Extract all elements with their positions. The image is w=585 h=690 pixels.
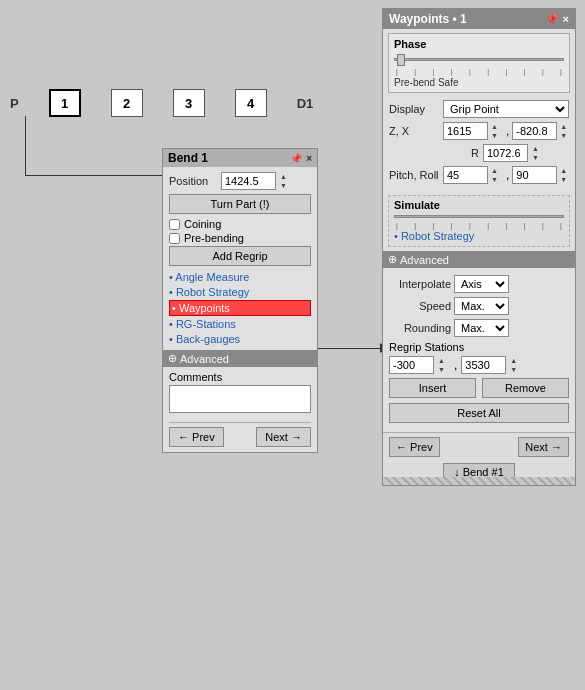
reset-all-button[interactable]: Reset All xyxy=(389,403,569,423)
diagonal-bg xyxy=(383,477,575,485)
display-row: Display Grip Point xyxy=(389,100,569,118)
simulate-label: Simulate xyxy=(394,199,564,211)
bend-panel-body: Position ▲▼ Turn Part (!) Coining Pre-be… xyxy=(163,167,317,452)
turn-part-button[interactable]: Turn Part (!) xyxy=(169,194,311,214)
interpolate-row: Interpolate Axis xyxy=(389,275,569,293)
regrip-values-row: ▲▼ , ▲▼ xyxy=(389,356,569,374)
bend-next-button[interactable]: Next → xyxy=(256,427,311,447)
speed-row: Speed Max. xyxy=(389,297,569,315)
comments-textarea[interactable] xyxy=(169,385,311,413)
robot-strategy-link[interactable]: • Robot Strategy xyxy=(169,285,311,299)
waypoints-next-button[interactable]: Next → xyxy=(518,437,569,457)
waypoints-close-icon[interactable]: × xyxy=(563,13,569,26)
add-regrip-button[interactable]: Add Regrip xyxy=(169,246,311,266)
bend-prev-button[interactable]: ← Prev xyxy=(169,427,224,447)
interpolate-select[interactable]: Axis xyxy=(454,275,509,293)
insert-button[interactable]: Insert xyxy=(389,378,476,398)
remove-button[interactable]: Remove xyxy=(482,378,569,398)
phase-slider-thumb[interactable] xyxy=(397,54,405,66)
angle-measure-link[interactable]: • Angle Measure xyxy=(169,270,311,284)
r-spinner[interactable]: ▲▼ xyxy=(532,144,544,162)
r-row: R ▲▼ xyxy=(389,144,569,162)
regrip-val1-spinner[interactable]: ▲▼ xyxy=(438,356,450,374)
zx-inputs: ▲▼ , ▲▼ xyxy=(443,122,572,140)
speed-select[interactable]: Max. xyxy=(454,297,509,315)
phase-slider-ticks: ||||| ||||| xyxy=(394,68,564,75)
simulate-section: Simulate ||||| ||||| • Robot Strategy xyxy=(388,195,570,247)
connector-vline xyxy=(25,116,26,176)
position-label: Position xyxy=(169,175,217,187)
pre-bending-row: Pre-bending xyxy=(169,232,311,244)
zx-separator: , xyxy=(506,124,509,138)
display-select[interactable]: Grip Point xyxy=(443,100,569,118)
waypoints-connector-hline xyxy=(318,348,383,349)
waypoints-advanced-header[interactable]: ⊕ Advanced xyxy=(383,251,575,268)
advanced-label: Advanced xyxy=(180,353,229,365)
back-gauges-link[interactable]: • Back-gauges xyxy=(169,332,311,346)
bend-panel-titlebar: Bend 1 📌 × xyxy=(163,149,317,167)
pitch-roll-separator: , xyxy=(506,168,509,182)
insert-remove-row: Insert Remove xyxy=(389,378,569,398)
pre-bending-checkbox[interactable] xyxy=(169,233,180,244)
rounding-row: Rounding Max. xyxy=(389,319,569,337)
timeline-item-3[interactable]: 3 xyxy=(173,89,205,117)
interpolate-label: Interpolate xyxy=(389,278,451,290)
waypoints-nav-row: ← Prev Next → xyxy=(383,432,575,461)
regrip-val1-input[interactable] xyxy=(389,356,434,374)
phase-slider-track xyxy=(394,58,564,61)
waypoints-titlebar: Waypoints • 1 📌 × xyxy=(383,9,575,29)
pitch-roll-row: Pitch, Roll ▲▼ , ▲▼ xyxy=(389,166,569,184)
position-spinner[interactable]: ▲▼ xyxy=(280,172,292,190)
advanced-expand-icon: ⊕ xyxy=(168,352,177,365)
simulate-ticks: ||||| ||||| xyxy=(394,222,564,229)
speed-label: Speed xyxy=(389,300,451,312)
waypoints-titlebar-icons: 📌 × xyxy=(545,13,569,26)
waypoints-pin-icon[interactable]: 📌 xyxy=(545,13,559,26)
z-spinner[interactable]: ▲▼ xyxy=(491,122,503,140)
waypoints-panel: Waypoints • 1 📌 × Phase ||||| ||||| Pre-… xyxy=(382,8,576,486)
regrip-val2-spinner[interactable]: ▲▼ xyxy=(510,356,522,374)
coining-checkbox[interactable] xyxy=(169,219,180,230)
pitch-roll-label: Pitch, Roll xyxy=(389,169,439,181)
x-input[interactable] xyxy=(512,122,557,140)
rg-stations-link[interactable]: • RG-Stations xyxy=(169,317,311,331)
regrip-stations-label: Regrip Stations xyxy=(389,341,569,353)
z-input[interactable] xyxy=(443,122,488,140)
bend-pin-icon[interactable]: 📌 xyxy=(290,153,302,164)
regrip-val2-input[interactable] xyxy=(461,356,506,374)
phase-slider[interactable] xyxy=(394,53,564,65)
display-label: Display xyxy=(389,103,439,115)
waypoints-link[interactable]: • Waypoints xyxy=(169,300,311,316)
position-row: Position ▲▼ xyxy=(169,172,311,190)
x-spinner[interactable]: ▲▼ xyxy=(560,122,572,140)
comments-label: Comments xyxy=(169,371,311,383)
waypoints-advanced-body: Interpolate Axis Speed Max. Rounding Max… xyxy=(383,271,575,432)
timeline-item-4[interactable]: 4 xyxy=(235,89,267,117)
bend-panel-title: Bend 1 xyxy=(168,151,208,165)
timeline-item-2[interactable]: 2 xyxy=(111,89,143,117)
zx-label: Z, X xyxy=(389,125,439,137)
r-input[interactable] xyxy=(483,144,528,162)
timeline-p: P xyxy=(10,96,19,111)
phase-title: Phase xyxy=(394,38,564,50)
timeline-item-1[interactable]: 1 xyxy=(49,89,81,117)
pitch-spinner[interactable]: ▲▼ xyxy=(491,166,503,184)
regrip-separator: , xyxy=(454,358,457,372)
coining-label: Coining xyxy=(184,218,221,230)
pitch-roll-inputs: ▲▼ , ▲▼ xyxy=(443,166,572,184)
bend-close-icon[interactable]: × xyxy=(306,153,312,164)
bend-panel: Bend 1 📌 × Position ▲▼ Turn Part (!) Coi… xyxy=(162,148,318,453)
bend-nav-row: ← Prev Next → xyxy=(169,422,311,447)
rounding-label: Rounding xyxy=(389,322,451,334)
waypoints-robot-strategy-link[interactable]: • Robot Strategy xyxy=(394,230,474,242)
phase-section: Phase ||||| ||||| Pre-bend Safe xyxy=(388,33,570,93)
pitch-input[interactable] xyxy=(443,166,488,184)
zx-row: Z, X ▲▼ , ▲▼ xyxy=(389,122,569,140)
waypoints-prev-button[interactable]: ← Prev xyxy=(389,437,440,457)
position-input[interactable] xyxy=(221,172,276,190)
advanced-section-header[interactable]: ⊕ Advanced xyxy=(163,350,317,367)
roll-spinner[interactable]: ▲▼ xyxy=(560,166,572,184)
rounding-select[interactable]: Max. xyxy=(454,319,509,337)
waypoints-advanced-icon: ⊕ xyxy=(388,253,397,266)
roll-input[interactable] xyxy=(512,166,557,184)
